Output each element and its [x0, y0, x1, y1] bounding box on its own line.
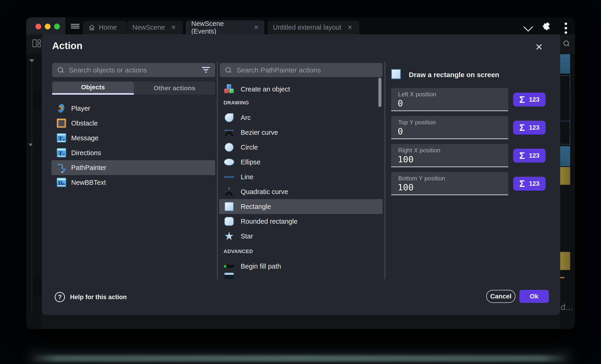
expression-editor-button[interactable]: Σ 123 — [513, 121, 546, 134]
extensions-puzzle-icon[interactable] — [542, 22, 551, 30]
sigma-icon: Σ — [519, 123, 525, 132]
events-sheet-right-edge: d... — [560, 34, 575, 329]
chevron-down-icon[interactable] — [525, 23, 532, 30]
expression-editor-button[interactable]: Σ 123 — [513, 177, 546, 191]
close-window-button[interactable] — [35, 24, 41, 29]
event-collapse-caret-icon[interactable] — [29, 144, 33, 146]
action-label: Circle — [241, 144, 258, 151]
app-window: Home NewScene ✕ NewScene (Events) ✕ Unti… — [26, 17, 575, 329]
event-orange-fragment — [560, 277, 564, 278]
section-header-advanced: ADVANCED — [223, 249, 253, 254]
action-item-begin-fill-path[interactable]: Begin fill path — [220, 259, 383, 274]
tab-other-actions[interactable]: Other actions — [134, 82, 215, 95]
field-underline — [391, 166, 508, 167]
cancel-button[interactable]: Cancel — [486, 290, 515, 303]
action-item-ellipse[interactable]: Ellipse — [220, 155, 383, 170]
action-item-rectangle-selected[interactable]: Rectangle — [219, 199, 383, 214]
action-item-circle[interactable]: Circle — [220, 140, 383, 155]
toggle-panel-icon[interactable] — [32, 39, 41, 47]
obstacle-object-icon — [57, 119, 66, 128]
dialog-close-icon[interactable]: ✕ — [535, 42, 543, 52]
action-item-rounded-rectangle[interactable]: Rounded rectangle — [220, 214, 383, 229]
player-object-icon — [57, 104, 66, 113]
tab-label: Other actions — [153, 85, 195, 92]
action-item-quadratic-curve[interactable]: Quadratic curve — [220, 184, 383, 199]
tab-home[interactable]: Home — [83, 21, 126, 34]
tab-label: Home — [99, 24, 117, 31]
rectangle-action-icon — [391, 69, 401, 79]
action-label: Bezier curve — [241, 129, 278, 136]
tab-newscene[interactable]: NewScene ✕ — [127, 21, 183, 34]
help-link[interactable]: Help for this action — [70, 294, 127, 301]
active-tab-underline — [52, 93, 134, 95]
tab-close-icon[interactable]: ✕ — [254, 24, 259, 31]
bezier-curve-icon — [224, 127, 234, 138]
expression-editor-button[interactable]: Σ 123 — [513, 93, 546, 106]
line-icon — [224, 172, 234, 182]
sigma-icon: Σ — [519, 151, 525, 160]
field-top-y-position[interactable]: Top Y position 0 — [391, 116, 508, 139]
kebab-menu-icon[interactable] — [565, 22, 567, 34]
icon-glyph: T — [58, 150, 63, 157]
filter-icon[interactable] — [202, 67, 210, 73]
tab-objects[interactable]: Objects — [52, 82, 134, 93]
field-left-x-position[interactable]: Left X position 0 — [391, 88, 508, 111]
icon-glyph: x — [63, 152, 65, 157]
field-right-x-position[interactable]: Right X position 100 — [391, 144, 508, 167]
expression-editor-button[interactable]: Σ 123 — [513, 149, 546, 163]
action-item-create-object[interactable]: Create an object — [220, 82, 383, 96]
action-item-star[interactable]: ★ Star — [220, 229, 383, 244]
action-item-clipped[interactable] — [220, 273, 383, 279]
object-item-message[interactable]: Tx Message — [51, 131, 215, 145]
field-value[interactable]: 100 — [398, 182, 414, 192]
field-value[interactable]: 0 — [398, 126, 403, 136]
column-divider — [384, 62, 385, 279]
events-sheet-left-edge — [26, 34, 42, 329]
column-divider — [217, 62, 218, 279]
field-value[interactable]: 100 — [398, 154, 414, 164]
object-item-newbbtext[interactable]: Bb NewBBText — [51, 175, 215, 190]
actions-search-input[interactable]: Search PathPainter actions — [220, 63, 383, 77]
zoom-window-button[interactable] — [54, 24, 60, 29]
minimize-window-button[interactable] — [45, 24, 50, 29]
event-tree-line — [31, 63, 32, 313]
clipped-action-icon — [224, 273, 234, 279]
action-item-arc[interactable]: Arc — [220, 110, 383, 125]
action-label: Rounded rectangle — [241, 218, 298, 225]
icon-glyph: B — [58, 179, 63, 187]
tab-untitled-external-layout[interactable]: Untitled external layout ✕ — [267, 21, 359, 34]
events-toolbar-right — [560, 34, 575, 54]
object-item-player[interactable]: Player — [51, 101, 215, 116]
event-collapse-caret-icon[interactable] — [29, 59, 34, 62]
field-label: Right X position — [398, 147, 440, 154]
help-icon[interactable]: ? — [55, 292, 65, 302]
field-value[interactable]: 0 — [398, 98, 403, 108]
event-dashed-divider — [559, 121, 570, 121]
object-item-directions[interactable]: Tx Directions — [51, 145, 215, 160]
field-label: Left X position — [398, 91, 436, 98]
sigma-icon: Σ — [519, 179, 525, 188]
button-label: Ok — [530, 293, 538, 300]
object-label: Message — [71, 134, 99, 142]
objects-search-input[interactable]: Search objects or actions — [52, 63, 215, 77]
action-label: Quadratic curve — [241, 188, 288, 196]
field-bottom-y-position[interactable]: Bottom Y position 100 — [391, 172, 508, 195]
tab-newscene-events[interactable]: NewScene (Events) ✕ — [186, 21, 264, 34]
tab-close-icon[interactable]: ✕ — [347, 24, 352, 31]
object-item-pathpainter-selected[interactable]: PathPainter — [51, 160, 215, 175]
main-menu-icon[interactable] — [71, 24, 80, 29]
action-item-bezier-curve[interactable]: Bezier curve — [220, 125, 383, 140]
bottom-glow-strip — [30, 355, 569, 362]
action-item-line[interactable]: Line — [220, 170, 383, 184]
search-events-icon[interactable] — [563, 40, 570, 47]
star-icon: ★ — [224, 231, 234, 241]
tab-close-icon[interactable]: ✕ — [171, 24, 176, 31]
icon-glyph: x — [63, 137, 65, 143]
event-dashed-selection — [559, 75, 570, 144]
tab-label: NewScene — [132, 24, 165, 31]
object-item-obstacle[interactable]: Obstacle — [51, 116, 215, 131]
circle-icon — [224, 142, 234, 152]
truncated-event-text: d... — [561, 302, 573, 312]
numbers-badge: 123 — [529, 152, 539, 159]
ok-button[interactable]: Ok — [519, 290, 549, 303]
